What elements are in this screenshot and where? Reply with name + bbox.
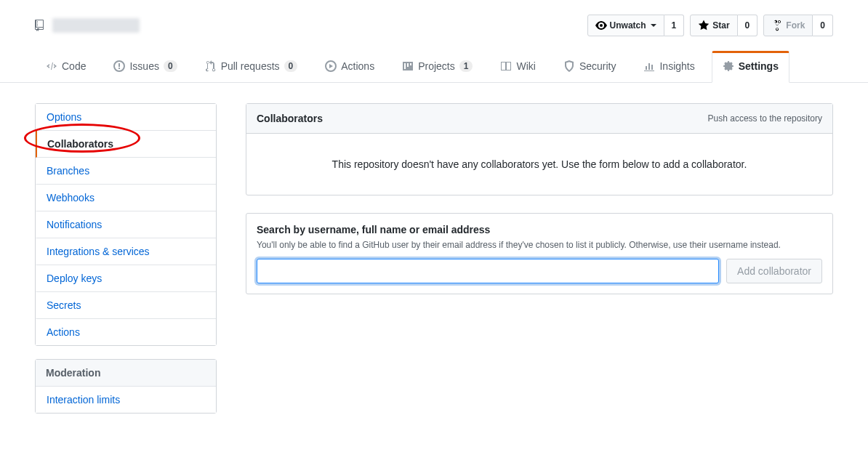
- sidebar-item-collaborators-label: Collaborators: [47, 138, 113, 150]
- repo-icon: [35, 20, 47, 31]
- search-heading: Search by username, full name or email a…: [257, 224, 822, 235]
- tab-code[interactable]: Code: [35, 52, 97, 82]
- tab-security-label: Security: [579, 60, 616, 72]
- fork-label: Fork: [786, 18, 805, 33]
- shield-icon: [563, 60, 575, 72]
- play-icon: [325, 60, 337, 72]
- settings-menu: Options Collaborators Branches Webhooks …: [35, 103, 217, 346]
- star-icon: [698, 20, 710, 31]
- tab-security[interactable]: Security: [552, 52, 627, 82]
- fork-icon: [771, 20, 783, 31]
- sidebar-item-notifications[interactable]: Notifications: [36, 211, 216, 238]
- moderation-header: Moderation: [36, 360, 216, 387]
- sidebar-item-interaction-limits[interactable]: Interaction limits: [36, 387, 216, 413]
- tab-insights[interactable]: Insights: [632, 52, 705, 82]
- empty-state-message: This repository doesn't have any collabo…: [246, 134, 832, 195]
- panel-subtitle: Push access to the repository: [708, 113, 822, 124]
- star-count[interactable]: 0: [738, 15, 758, 36]
- tab-pulls[interactable]: Pull requests 0: [194, 52, 309, 82]
- tab-settings[interactable]: Settings: [712, 51, 789, 83]
- unwatch-button[interactable]: Unwatch: [587, 15, 664, 36]
- sidebar-item-branches[interactable]: Branches: [36, 158, 216, 185]
- tab-projects[interactable]: Projects 1: [391, 52, 483, 82]
- sidebar-item-secrets[interactable]: Secrets: [36, 292, 216, 319]
- sidebar-item-deploy-keys[interactable]: Deploy keys: [36, 265, 216, 292]
- sidebar-item-options[interactable]: Options: [36, 104, 216, 131]
- star-group: Star 0: [690, 15, 758, 36]
- sidebar-item-webhooks[interactable]: Webhooks: [36, 185, 216, 211]
- sidebar-item-integrations[interactable]: Integrations & services: [36, 238, 216, 265]
- unwatch-label: Unwatch: [610, 18, 646, 33]
- search-hint: You'll only be able to find a GitHub use…: [257, 240, 822, 250]
- tab-projects-label: Projects: [418, 60, 455, 72]
- star-button[interactable]: Star: [690, 15, 737, 36]
- watch-group: Unwatch 1: [587, 15, 685, 36]
- fork-button[interactable]: Fork: [763, 15, 813, 36]
- repo-name-blurred: [52, 18, 140, 33]
- tab-code-label: Code: [62, 60, 86, 72]
- add-collaborator-form: Search by username, full name or email a…: [246, 213, 833, 294]
- collaborators-panel: Collaborators Push access to the reposit…: [246, 103, 833, 195]
- code-icon: [46, 60, 57, 72]
- tab-actions[interactable]: Actions: [314, 52, 385, 82]
- sidebar-item-collaborators[interactable]: Collaborators: [36, 131, 216, 158]
- tab-actions-label: Actions: [341, 60, 374, 72]
- moderation-menu: Moderation Interaction limits: [35, 359, 217, 414]
- tab-pulls-label: Pull requests: [221, 60, 280, 72]
- caret-icon: [651, 24, 656, 27]
- tab-wiki[interactable]: Wiki: [489, 52, 546, 82]
- watch-count[interactable]: 1: [664, 15, 685, 36]
- tab-wiki-label: Wiki: [516, 60, 535, 72]
- eye-icon: [595, 20, 607, 31]
- add-collaborator-button[interactable]: Add collaborator: [726, 259, 822, 283]
- collaborator-search-input[interactable]: [257, 259, 719, 283]
- pulls-count: 0: [284, 60, 298, 72]
- project-icon: [402, 60, 414, 72]
- graph-icon: [643, 60, 655, 72]
- projects-count: 1: [459, 60, 473, 72]
- tab-settings-label: Settings: [739, 60, 779, 72]
- panel-title: Collaborators: [257, 113, 323, 124]
- tab-issues-label: Issues: [129, 60, 158, 72]
- fork-group: Fork 0: [763, 15, 833, 36]
- fork-count[interactable]: 0: [813, 15, 833, 36]
- repo-tabs: Code Issues 0 Pull requests 0 Actions Pr…: [0, 51, 868, 83]
- issues-count: 0: [164, 60, 177, 72]
- star-label: Star: [712, 18, 729, 33]
- gear-icon: [723, 60, 734, 72]
- tab-insights-label: Insights: [659, 60, 694, 72]
- issues-icon: [113, 60, 125, 72]
- repo-title: [35, 18, 140, 33]
- tab-issues[interactable]: Issues 0: [103, 52, 188, 82]
- sidebar-item-actions[interactable]: Actions: [36, 319, 216, 345]
- pull-request-icon: [205, 60, 217, 72]
- book-icon: [500, 60, 512, 72]
